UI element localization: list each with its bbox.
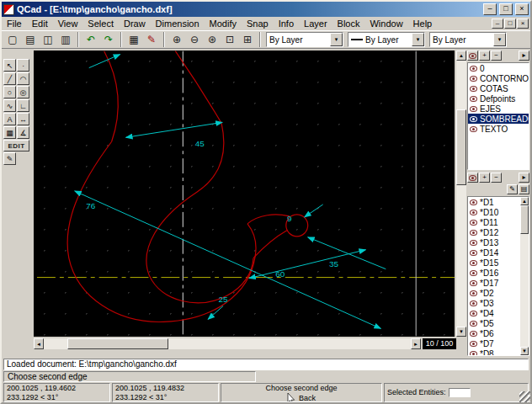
pen-attributes-button[interactable]: ✎ xyxy=(143,32,160,48)
cad-drawing[interactable]: 45 76 9 60 35 25 xyxy=(34,50,455,337)
layer-row[interactable]: 0 xyxy=(468,63,529,73)
block-row[interactable]: *D11 xyxy=(468,217,520,227)
block-visibility-icon[interactable] xyxy=(470,321,477,327)
menu-block[interactable]: Block xyxy=(332,18,365,29)
menu-help[interactable]: Help xyxy=(408,18,438,29)
layer-row[interactable]: CONTORNO xyxy=(468,73,529,83)
menu-window[interactable]: Window xyxy=(364,18,407,29)
chevron-down-icon[interactable]: ▾ xyxy=(412,33,424,46)
menu-info[interactable]: Info xyxy=(274,18,299,29)
circle-tool-button[interactable]: ○ xyxy=(3,86,16,98)
block-scroll-thumb[interactable] xyxy=(520,205,529,234)
dimension-leader-top[interactable] xyxy=(89,55,120,68)
block-row[interactable]: *D4 xyxy=(468,308,520,318)
scroll-up-icon[interactable]: ▲ xyxy=(456,50,466,61)
scroll-left-icon[interactable]: ◄ xyxy=(34,338,44,349)
layer-visibility-icon[interactable] xyxy=(470,66,477,72)
block-visibility-icon[interactable] xyxy=(470,240,477,246)
horizontal-scrollbar[interactable]: ◄ ► xyxy=(34,338,421,349)
linewidth-combobox[interactable]: By Layer ▾ xyxy=(348,32,425,47)
chevron-down-icon[interactable]: ▾ xyxy=(493,33,506,46)
resize-grip[interactable] xyxy=(519,391,530,402)
add-block-button[interactable]: + xyxy=(479,173,490,183)
dimension-label-76[interactable]: 76 xyxy=(86,201,96,210)
vertical-scroll-thumb[interactable] xyxy=(456,109,466,185)
dimension-label-9[interactable]: 9 xyxy=(287,214,292,223)
block-visibility-icon[interactable] xyxy=(470,280,477,286)
zoom-window-button[interactable]: ⊡ xyxy=(221,32,238,48)
add-layer-button[interactable]: + xyxy=(479,50,490,61)
mdi-minimize-button[interactable]: – xyxy=(492,19,503,29)
arc-tool-button[interactable]: ◠ xyxy=(17,72,29,85)
block-row[interactable]: *D17 xyxy=(468,278,520,288)
dimension-leader-9[interactable] xyxy=(305,205,323,217)
block-row[interactable]: *D3 xyxy=(468,298,520,308)
block-row[interactable]: *D13 xyxy=(468,237,520,247)
dimension-label-60[interactable]: 60 xyxy=(275,269,285,279)
mdi-close-button[interactable]: × xyxy=(517,19,529,29)
block-visibility-icon[interactable] xyxy=(470,300,477,306)
block-row[interactable]: *D8 xyxy=(468,348,520,355)
block-visibility-icon[interactable] xyxy=(470,311,477,316)
block-visibility-icon[interactable] xyxy=(470,270,477,276)
zoom-in-button[interactable]: ⊕ xyxy=(168,32,185,48)
show-all-blocks-button[interactable] xyxy=(467,173,478,183)
block-visibility-icon[interactable] xyxy=(470,250,477,256)
block-row[interactable]: *D10 xyxy=(468,207,520,217)
select-tool-button[interactable]: ↖ xyxy=(3,59,16,72)
dimension-line-45[interactable] xyxy=(126,122,223,137)
scroll-right-icon[interactable]: ► xyxy=(411,338,421,349)
block-row[interactable]: *D15 xyxy=(468,258,520,268)
block-visibility-icon[interactable] xyxy=(470,351,477,356)
layer-visibility-icon[interactable] xyxy=(470,106,477,112)
menu-dimension[interactable]: Dimension xyxy=(151,18,205,29)
layer-menu-button[interactable]: ▸ xyxy=(519,50,529,61)
zoom-out-button[interactable]: ⊖ xyxy=(186,32,203,48)
zoom-pan-button[interactable]: ⊞ xyxy=(239,32,256,48)
hook-shank-left-arc[interactable] xyxy=(104,51,119,142)
hook-tip-lower-curve[interactable] xyxy=(253,231,287,258)
undo-button[interactable]: ↶ xyxy=(82,32,99,48)
layer-visibility-icon[interactable] xyxy=(470,76,477,82)
menu-view[interactable]: View xyxy=(53,18,83,29)
layer-row[interactable]: Defpoints xyxy=(468,93,529,104)
linetype-combobox[interactable]: By Layer ▾ xyxy=(429,32,507,47)
layer-row[interactable]: TEXTO xyxy=(468,124,529,134)
block-menu-button[interactable]: ▸ xyxy=(519,173,529,183)
edit-block-button[interactable]: ✎ xyxy=(507,184,518,194)
block-visibility-icon[interactable] xyxy=(470,199,477,205)
scroll-down-icon[interactable]: ▼ xyxy=(520,347,529,355)
zoom-auto-button[interactable]: ⊛ xyxy=(204,32,221,48)
dimension-label-45[interactable]: 45 xyxy=(195,139,205,148)
menu-snap[interactable]: Snap xyxy=(242,18,274,29)
layer-row[interactable]: COTAS xyxy=(468,83,529,93)
layer-row[interactable]: EJES xyxy=(468,104,529,114)
block-row[interactable]: *D6 xyxy=(468,328,520,338)
block-row[interactable]: *D7 xyxy=(468,338,520,348)
save-button[interactable]: ◫ xyxy=(40,32,56,48)
show-all-layers-button[interactable] xyxy=(467,50,478,61)
menu-select[interactable]: Select xyxy=(82,18,119,29)
block-visibility-icon[interactable] xyxy=(470,220,477,226)
menu-layer[interactable]: Layer xyxy=(299,18,332,29)
grid-toggle-button[interactable]: ▦ xyxy=(125,32,142,48)
point-tool-button[interactable]: ∙ xyxy=(17,59,29,72)
dimension-line-35[interactable] xyxy=(308,237,386,269)
modify-tool-button[interactable]: ✎ xyxy=(3,152,16,165)
hook-tip-upper-curve[interactable] xyxy=(247,215,290,224)
layer-visibility-icon[interactable] xyxy=(470,126,477,132)
dimension-tool-button[interactable]: ↔ xyxy=(17,113,29,125)
scroll-down-icon[interactable]: ▼ xyxy=(456,327,466,337)
remove-layer-button[interactable]: − xyxy=(491,50,502,61)
redo-button[interactable]: ↷ xyxy=(100,32,117,48)
ellipse-tool-button[interactable]: ◎ xyxy=(17,86,29,98)
print-button[interactable]: ▥ xyxy=(57,32,74,48)
layer-visibility-icon[interactable] xyxy=(470,96,477,102)
menu-edit[interactable]: Edit xyxy=(27,18,53,29)
polyline-tool-button[interactable]: ∟ xyxy=(17,99,29,112)
block-row[interactable]: *D12 xyxy=(468,227,520,237)
menu-file[interactable]: File xyxy=(2,18,27,29)
menu-modify[interactable]: Modify xyxy=(205,18,242,29)
measure-tool-button[interactable]: ∡ xyxy=(17,126,29,139)
block-visibility-icon[interactable] xyxy=(470,331,477,337)
